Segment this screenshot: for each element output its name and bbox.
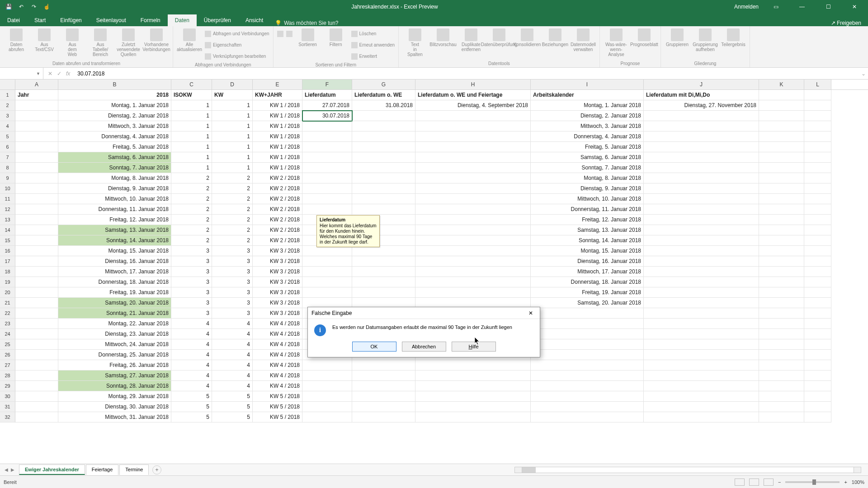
cell[interactable]: Samstag, 20. Januar 2018 (58, 298, 171, 308)
cell[interactable]: Mittwoch, 3. Januar 2018 (58, 121, 171, 131)
enter-icon[interactable]: ✓ (57, 70, 61, 77)
cell[interactable]: 1 (171, 111, 212, 121)
cell[interactable]: KW 3 / 2018 (253, 298, 302, 308)
ribbon-small-button[interactable]: Abfragen und Verbindungen (205, 28, 269, 39)
ribbon-tab-daten[interactable]: Daten (168, 14, 197, 26)
cell[interactable]: Donnerstag, 11. Januar 2018 (531, 204, 644, 215)
cell[interactable]: Mittwoch, 24. Januar 2018 (58, 339, 171, 350)
ribbon-button[interactable]: Filtern (323, 28, 349, 47)
scroll-thumb[interactable] (522, 467, 536, 473)
cell[interactable] (804, 100, 831, 111)
cell[interactable]: 3 (212, 246, 253, 256)
cell[interactable] (804, 235, 831, 246)
expand-formula-bar-icon[interactable]: ⌄ (859, 70, 868, 77)
cell[interactable] (15, 183, 58, 194)
cell[interactable]: Dienstag, 16. Januar 2018 (531, 256, 644, 267)
cell[interactable] (415, 277, 531, 287)
cell[interactable]: 3 (212, 267, 253, 277)
ribbon-button[interactable]: AusdemWeb (60, 28, 85, 57)
ribbon-button[interactable]: Prognoseblatt (632, 28, 657, 47)
cell[interactable]: KW 4 / 2018 (253, 381, 302, 391)
cell[interactable] (759, 163, 804, 173)
cell[interactable]: 1 (171, 100, 212, 111)
cell[interactable] (759, 329, 804, 339)
cell[interactable] (644, 111, 759, 121)
cell[interactable]: 4 (171, 319, 212, 329)
cell[interactable]: Samstag, 13. Januar 2018 (58, 225, 171, 235)
cell[interactable]: Sonntag, 14. Januar 2018 (531, 235, 644, 246)
cell[interactable] (644, 204, 759, 215)
cell[interactable] (804, 339, 831, 350)
header-cell[interactable]: KW+JAHR (253, 90, 302, 100)
cell[interactable] (644, 319, 759, 329)
cell[interactable] (759, 381, 804, 391)
touch-mode-icon[interactable]: ☝ (42, 3, 51, 11)
cell[interactable]: KW 2 / 2018 (253, 204, 302, 215)
cell[interactable]: Montag, 1. Januar 2018 (531, 100, 644, 111)
next-sheet-icon[interactable]: ▶ (11, 467, 14, 472)
cell[interactable]: 4 (212, 360, 253, 371)
cell[interactable]: Montag, 22. Januar 2018 (58, 319, 171, 329)
cell[interactable] (804, 131, 831, 142)
cell[interactable]: KW 5 / 2018 (253, 402, 302, 412)
header-cell[interactable] (759, 90, 804, 100)
cell[interactable]: Dienstag, 9. Januar 2018 (58, 183, 171, 194)
row-header[interactable]: 22 (0, 308, 15, 319)
cell[interactable]: 1 (171, 142, 212, 152)
cell[interactable]: KW 5 / 2018 (253, 412, 302, 422)
ribbon-tab-formeln[interactable]: Formeln (133, 14, 168, 26)
dialog-titlebar[interactable]: Falsche Eingabe ✕ (308, 307, 540, 319)
row-header[interactable]: 1 (0, 90, 15, 100)
cell[interactable]: 4 (171, 360, 212, 371)
cell[interactable]: Dienstag, 4. September 2018 (415, 100, 531, 111)
row-header[interactable]: 5 (0, 131, 15, 142)
cell[interactable] (644, 215, 759, 225)
cell[interactable]: Sonntag, 7. Januar 2018 (531, 163, 644, 173)
row-header[interactable]: 30 (0, 391, 15, 402)
cell[interactable]: Freitag, 12. Januar 2018 (531, 215, 644, 225)
cell[interactable] (804, 267, 831, 277)
scroll-left-icon[interactable] (515, 467, 522, 473)
row-header[interactable]: 13 (0, 215, 15, 225)
cell[interactable] (644, 412, 759, 422)
row-header[interactable]: 6 (0, 142, 15, 152)
cell[interactable] (644, 267, 759, 277)
cell[interactable]: Montag, 1. Januar 2018 (58, 100, 171, 111)
cell[interactable]: 5 (171, 412, 212, 422)
ok-button[interactable]: OK (352, 342, 396, 352)
zoom-level[interactable]: 100% (852, 479, 864, 485)
cell[interactable]: 31.08.2018 (352, 100, 415, 111)
cell[interactable]: Sonntag, 21. Januar 2018 (58, 308, 171, 319)
ribbon-small-button[interactable] (277, 28, 283, 39)
cell[interactable]: 3 (212, 256, 253, 267)
header-cell[interactable]: 2018 (58, 90, 171, 100)
cell[interactable]: 4 (171, 381, 212, 391)
row-header[interactable]: 32 (0, 412, 15, 422)
row-header[interactable]: 3 (0, 111, 15, 121)
cell[interactable]: 3 (171, 246, 212, 256)
cell[interactable]: KW 3 / 2018 (253, 246, 302, 256)
cell[interactable]: 3 (212, 308, 253, 319)
cell[interactable]: 1 (171, 163, 212, 173)
cell[interactable] (804, 163, 831, 173)
cell[interactable]: 5 (212, 412, 253, 422)
cell[interactable]: 4 (212, 329, 253, 339)
cell[interactable]: 30.07.2018 (302, 111, 352, 121)
cell[interactable] (352, 267, 415, 277)
cell[interactable]: 4 (212, 350, 253, 360)
cell[interactable] (759, 391, 804, 402)
column-header-A[interactable]: A (15, 80, 58, 89)
cell[interactable] (15, 287, 58, 298)
cell[interactable]: Sonntag, 14. Januar 2018 (58, 235, 171, 246)
cell[interactable]: Samstag, 27. Januar 2018 (58, 371, 171, 381)
cell[interactable] (15, 215, 58, 225)
cell[interactable] (302, 267, 352, 277)
cell[interactable] (415, 111, 531, 121)
cell[interactable] (352, 402, 415, 412)
cell[interactable]: 3 (171, 298, 212, 308)
cell[interactable]: Donnerstag, 11. Januar 2018 (58, 204, 171, 215)
cell[interactable] (302, 277, 352, 287)
cell[interactable] (644, 142, 759, 152)
ribbon-button[interactable]: Gruppierungaufheben (693, 28, 718, 52)
ribbon-button[interactable]: Was-wäre-wenn-Analyse (604, 28, 629, 57)
